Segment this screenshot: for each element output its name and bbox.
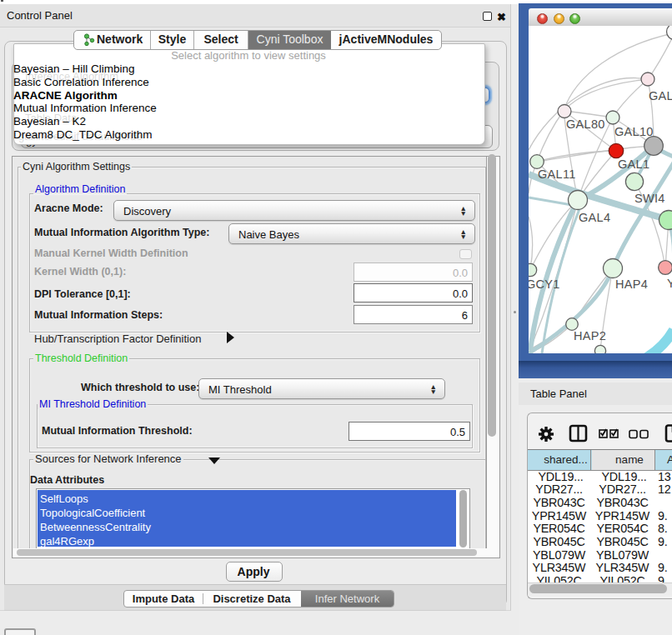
svg-text:HAP4: HAP4 bbox=[615, 278, 648, 291]
svg-text:GCY1: GCY1 bbox=[529, 278, 560, 291]
svg-text:HAP2: HAP2 bbox=[574, 329, 606, 342]
svg-text:GAL80: GAL80 bbox=[566, 118, 605, 131]
svg-text:GAL1: GAL1 bbox=[618, 158, 649, 171]
svg-text:SWI4: SWI4 bbox=[634, 192, 665, 205]
svg-text:GAL4: GAL4 bbox=[579, 211, 610, 224]
svg-text:YJ: YJ bbox=[667, 277, 672, 290]
svg-text:GAL11: GAL11 bbox=[538, 168, 576, 181]
svg-text:GAL8: GAL8 bbox=[649, 89, 672, 102]
svg-text:GAL10: GAL10 bbox=[614, 125, 654, 138]
